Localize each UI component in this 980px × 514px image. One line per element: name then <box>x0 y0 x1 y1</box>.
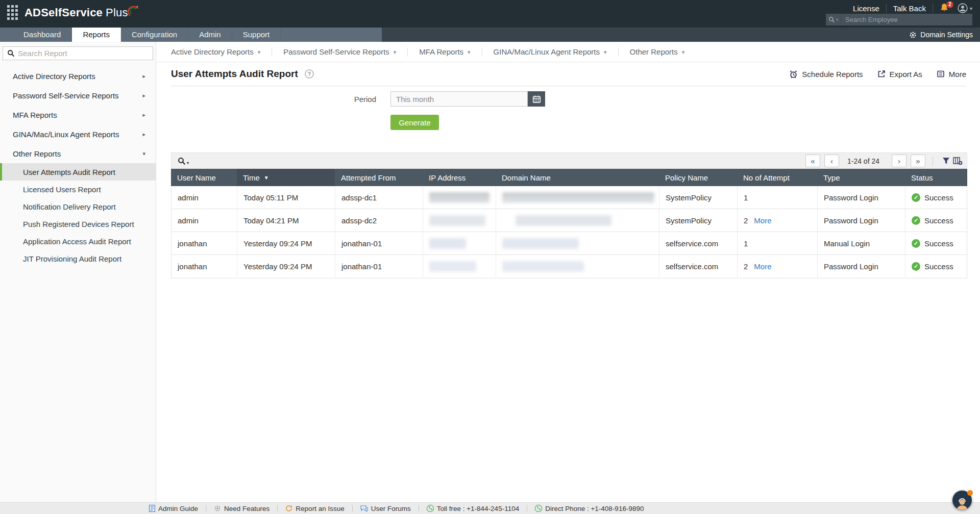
divider <box>933 4 933 12</box>
report-an-issue-link[interactable]: Report an Issue <box>285 505 344 512</box>
report-search-input[interactable] <box>18 49 149 58</box>
next-page-button[interactable]: › <box>892 155 906 167</box>
col-header-policy-name[interactable]: Policy Name <box>659 169 737 186</box>
nav-gina-mac-linux-agent-reports[interactable]: GINA/Mac/Linux Agent Reports▾ <box>494 47 607 56</box>
col-header-user-name[interactable]: User Name <box>171 169 237 186</box>
help-icon[interactable]: ? <box>305 69 314 79</box>
cell-policy-name: selfservice.com <box>659 232 738 254</box>
sidebar-item-mfa-reports[interactable]: MFA Reports▸ <box>0 105 156 124</box>
divider <box>419 505 419 511</box>
calendar-button[interactable] <box>528 91 545 107</box>
page-title: User Attempts Audit Report <box>171 68 298 80</box>
period-label: Period <box>325 95 376 104</box>
redacted-block <box>429 215 485 226</box>
toll-free-number[interactable]: Toll free : +1-844-245-1104 <box>427 505 519 512</box>
logo-swirl-icon <box>127 3 139 17</box>
chevron-right-icon: ▸ <box>142 92 145 99</box>
divider <box>352 505 353 511</box>
gear-icon <box>909 31 917 39</box>
cell-policy-name: selfservice.com <box>659 255 738 278</box>
report-search <box>3 46 153 60</box>
prev-page-button[interactable]: ‹ <box>824 155 839 167</box>
sidebar-item-jit-provisioning-audit-report[interactable]: JIT Provisioning Audit Report <box>0 250 156 267</box>
user-menu[interactable]: ▾ <box>958 3 972 13</box>
sidebar-item-licensed-users-report[interactable]: Licensed Users Report <box>0 181 156 198</box>
success-check-icon: ✓ <box>912 216 920 225</box>
column-chooser-button[interactable] <box>953 157 963 165</box>
col-header-attempted-from[interactable]: Attempted From <box>335 169 423 186</box>
sidebar-item-active-directory-reports[interactable]: Active Directory Reports▸ <box>0 66 156 86</box>
need-features-link[interactable]: Need Features <box>214 505 270 512</box>
col-header-ip-address[interactable]: IP Address <box>423 169 496 186</box>
user-forums-link[interactable]: User Forums <box>360 505 411 512</box>
cell-attempted-from: adssp-dc1 <box>335 186 423 209</box>
sidebar-item-user-attempts-audit-report[interactable]: User Attempts Audit Report <box>0 163 156 181</box>
support-agent-icon <box>954 497 970 510</box>
sidebar-item-notification-delivery-report[interactable]: Notification Delivery Report <box>0 198 156 215</box>
logo[interactable]: ADSelfService Plus <box>7 5 139 20</box>
talkback-link[interactable]: Talk Back <box>893 4 926 13</box>
search-icon <box>7 49 15 57</box>
filter-button[interactable] <box>942 157 950 165</box>
period-input[interactable] <box>390 91 528 107</box>
more-attempts-link[interactable]: More <box>754 262 771 271</box>
col-header-domain-name[interactable]: Domain Name <box>496 169 659 186</box>
more-attempts-link[interactable]: More <box>754 216 771 225</box>
apps-grid-icon[interactable] <box>7 5 18 20</box>
nav-password-self-service-reports[interactable]: Password Self-Service Reports▾ <box>283 47 396 56</box>
footer-bar: Admin Guide Need Features Report an Issu… <box>0 502 980 514</box>
search-icon[interactable]: ▾ <box>826 14 841 25</box>
sidebar-item-other-reports[interactable]: Other Reports▾ <box>0 144 156 163</box>
chevron-down-icon: ▾ <box>258 49 261 56</box>
export-as-button[interactable]: Export As <box>877 70 922 79</box>
tab-dashboard[interactable]: Dashboard <box>13 28 72 42</box>
reports-category-nav: Active Directory Reports▾ Password Self-… <box>157 42 980 62</box>
cell-user-name: admin <box>172 209 237 232</box>
table-search-button[interactable]: ▾ <box>178 157 189 165</box>
sidebar-item-password-self-service-reports[interactable]: Password Self-Service Reports▸ <box>0 86 156 105</box>
cell-status: ✓Success <box>905 209 967 232</box>
chevron-down-icon: ▾ <box>187 161 189 165</box>
nav-other-reports[interactable]: Other Reports▾ <box>630 47 685 56</box>
phone-icon <box>427 505 434 512</box>
cell-domain-name <box>496 186 659 209</box>
divider <box>277 505 278 511</box>
tab-reports[interactable]: Reports <box>72 28 121 42</box>
col-header-no-of-attempt[interactable]: No of Attempt <box>737 169 817 186</box>
tab-strip: Dashboard Reports Configuration Admin Su… <box>0 28 382 42</box>
notifications-button[interactable]: 2 <box>940 3 951 13</box>
tab-configuration[interactable]: Configuration <box>121 28 188 42</box>
domain-settings-button[interactable]: Domain Settings <box>909 28 973 42</box>
direct-phone-number[interactable]: Direct Phone : +1-408-916-9890 <box>535 505 644 512</box>
main-nav: Dashboard Reports Configuration Admin Su… <box>0 28 980 42</box>
license-link[interactable]: License <box>853 4 879 13</box>
sidebar-item-push-registered-devices-report[interactable]: Push Registered Devices Report <box>0 215 156 233</box>
admin-guide-link[interactable]: Admin Guide <box>149 505 198 512</box>
cell-user-name: admin <box>172 186 237 209</box>
sidebar-item-application-access-audit-report[interactable]: Application Access Audit Report <box>0 233 156 250</box>
title-row: User Attempts Audit Report ? Schedule Re… <box>157 62 980 86</box>
employee-search-input[interactable] <box>841 16 972 23</box>
nav-mfa-reports[interactable]: MFA Reports▾ <box>419 47 470 56</box>
col-header-status[interactable]: Status <box>905 169 967 186</box>
col-header-time[interactable]: Time▼ <box>237 169 335 186</box>
divider <box>527 505 527 511</box>
tab-support[interactable]: Support <box>232 28 281 42</box>
tab-admin[interactable]: Admin <box>188 28 232 42</box>
chevron-down-icon: ▾ <box>682 49 685 56</box>
report-criteria-form: Period Generate <box>157 86 980 142</box>
redacted-block <box>502 238 579 249</box>
last-page-button[interactable]: » <box>911 155 925 167</box>
sidebar-item-gina-mac-linux-agent-reports[interactable]: GINA/Mac/Linux Agent Reports▸ <box>0 124 156 144</box>
more-actions-button[interactable]: More <box>937 70 966 79</box>
col-header-type[interactable]: Type <box>817 169 905 186</box>
cell-time: Today 05:11 PM <box>237 186 335 209</box>
nav-active-directory-reports[interactable]: Active Directory Reports▾ <box>171 47 260 56</box>
redacted-block <box>429 192 489 203</box>
cell-attempted-from: jonathan-01 <box>335 255 423 278</box>
generate-button[interactable]: Generate <box>390 115 439 130</box>
divider <box>933 157 933 166</box>
schedule-reports-button[interactable]: Schedule Reports <box>789 70 863 79</box>
search-icon <box>178 157 186 165</box>
first-page-button[interactable]: « <box>805 155 820 167</box>
